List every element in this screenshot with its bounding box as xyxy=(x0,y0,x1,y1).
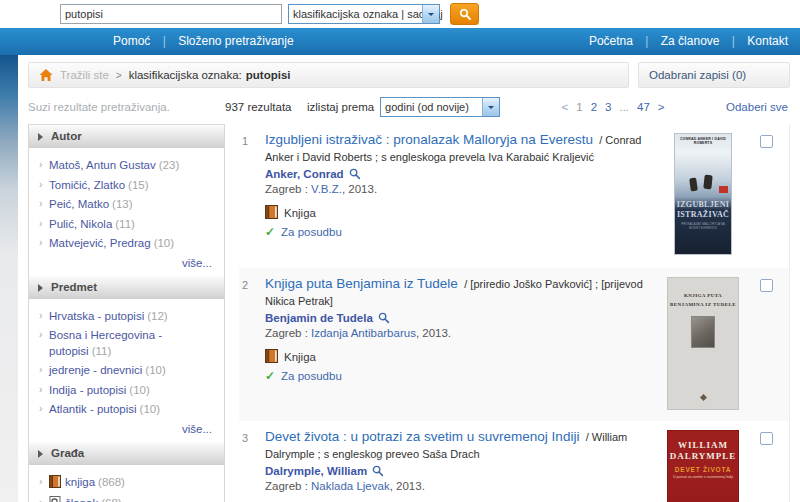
book-cover-thumbnail[interactable]: WILLIAMDALRYMPLE DEVET ŽIVOTA U potrazi … xyxy=(667,430,739,502)
facet-items-predmet: ›Hrvatska - putopisi(12) ›Bosna i Herceg… xyxy=(29,299,224,442)
facet-header-autor[interactable]: Autor xyxy=(29,125,224,148)
facet-count: (15) xyxy=(128,179,148,191)
selected-records-box[interactable]: Odabrani zapisi (0) xyxy=(638,62,790,88)
facet-link[interactable]: Matoš, Antun Gustav xyxy=(49,159,156,171)
facet-more-link[interactable]: više... xyxy=(39,254,216,269)
result-number: 2 xyxy=(239,275,265,415)
facet-count: (13) xyxy=(112,198,132,210)
sort-select[interactable]: godini (od novije) xyxy=(380,97,500,117)
breadcrumb: Tražili ste > klasifikacijska oznaka: pu… xyxy=(28,62,629,88)
facet-link[interactable]: Tomičić, Zlatko xyxy=(49,179,125,191)
result-author-link[interactable]: Anker, Conrad xyxy=(265,168,344,180)
breadcrumb-label: Tražili ste xyxy=(60,69,109,81)
book-icon xyxy=(265,205,278,221)
facet-item: ›Hrvatska - putopisi(12) xyxy=(39,307,216,327)
author-search-icon[interactable] xyxy=(349,168,361,180)
facet-link[interactable]: Atlantik - putopisi xyxy=(49,403,137,415)
facet-link[interactable]: Hrvatska - putopisi xyxy=(49,310,144,322)
results-count: 937 rezultata xyxy=(225,101,307,113)
left-decoration-strip xyxy=(0,28,18,502)
cover-subtitle: PRONALAZAK MALLORYJA NA MOUNT EVERESTU xyxy=(677,222,729,230)
cover-title: DEVET ŽIVOTA xyxy=(668,466,738,473)
nav-separator: | xyxy=(645,34,648,48)
facet-item: ›Atlantik - putopisi(10) xyxy=(39,400,216,420)
chevron-right-icon: › xyxy=(39,236,42,250)
nav-members[interactable]: Za članove xyxy=(661,34,720,48)
facet-link[interactable]: Indija - putopisi xyxy=(49,384,126,396)
check-icon: ✓ xyxy=(265,369,275,383)
facet-header-predmet[interactable]: Predmet xyxy=(29,276,224,299)
facet-link[interactable]: jedrenje - dnevnici xyxy=(49,364,142,376)
facet-link[interactable]: Peić, Matko xyxy=(49,198,109,210)
search-icon xyxy=(459,8,472,21)
book-cover-thumbnail[interactable]: KNJIGA PUTABENJAMINA IZ TUDELE xyxy=(667,277,739,410)
record-checkbox[interactable] xyxy=(760,135,773,148)
search-field-select[interactable]: klasifikacijska oznaka | sadržaj xyxy=(288,4,440,24)
facet-link[interactable]: Pulić, Nikola xyxy=(49,218,112,230)
pagination-page-2[interactable]: 2 xyxy=(591,101,597,113)
author-search-icon[interactable] xyxy=(378,312,390,324)
chevron-right-icon: › xyxy=(39,475,42,489)
publisher-link[interactable]: Izdanja Antibarbarus xyxy=(311,327,416,339)
result-author-link[interactable]: Benjamin de Tudela xyxy=(265,312,373,324)
result-main: Knjiga puta Benjamina iz Tudele / [prire… xyxy=(265,275,663,415)
result-title-link[interactable]: Izgubljeni istraživač : pronalazak Mallo… xyxy=(265,132,593,147)
facet-items-grada: ›knjiga(868) ›članak(68) ›nakladnički ni… xyxy=(29,465,224,502)
record-checkbox[interactable] xyxy=(760,432,773,445)
facet-item: ›članak(68) xyxy=(39,494,216,502)
result-row: 2 Knjiga puta Benjamina iz Tudele / [pri… xyxy=(239,268,789,421)
facet-link[interactable]: knjiga xyxy=(65,476,95,488)
result-main: Devet života : u potrazi za svetim u suv… xyxy=(265,428,663,502)
results-toolbar: Suzi rezultate pretraživanja. 937 rezult… xyxy=(28,96,790,118)
pagination-page-3[interactable]: 3 xyxy=(605,101,611,113)
nav-home[interactable]: Početna xyxy=(589,34,633,48)
result-row: 3 Devet života : u potrazi za svetim u s… xyxy=(239,421,789,502)
facet-title: Autor xyxy=(51,130,82,142)
search-input[interactable] xyxy=(60,4,282,24)
breadcrumb-row: Tražili ste > klasifikacijska oznaka: pu… xyxy=(28,62,790,88)
facet-count: (10) xyxy=(140,403,160,415)
facet-count: (10) xyxy=(154,237,174,249)
facet-link[interactable]: članak xyxy=(65,497,98,502)
publisher-link[interactable]: V.B.Z. xyxy=(311,183,342,195)
cover-author: CONRAD ANKER I DAVID ROBERTS xyxy=(677,137,729,145)
availability-link[interactable]: Za posudbu xyxy=(281,226,342,238)
pub-year: , 2013. xyxy=(342,183,377,195)
result-number: 1 xyxy=(239,131,265,262)
chevron-right-icon: › xyxy=(39,402,42,416)
select-all-link[interactable]: Odaberi sve xyxy=(726,101,788,113)
availability-link[interactable]: Za posudbu xyxy=(281,370,342,382)
book-icon xyxy=(265,349,278,365)
result-title-link[interactable]: Knjiga puta Benjamina iz Tudele xyxy=(265,276,458,291)
facet-item: ›Peić, Matko(13) xyxy=(39,195,216,215)
facet-item: ›Matoš, Antun Gustav(23) xyxy=(39,156,216,176)
pagination-prev[interactable]: < xyxy=(562,101,569,113)
pagination-next[interactable]: > xyxy=(658,101,665,113)
facet-header-grada[interactable]: Građa xyxy=(29,442,224,465)
format-label: Knjiga xyxy=(284,351,316,363)
facet-item: ›Bosna i Hercegovina - putopisi(11) xyxy=(39,326,216,361)
triangle-icon xyxy=(38,133,47,141)
book-cover-thumbnail[interactable]: CONRAD ANKER I DAVID ROBERTS IZGUBLJENII… xyxy=(674,133,732,255)
nav-advanced-search[interactable]: Složeno pretraživanje xyxy=(178,34,293,48)
pagination-page-last[interactable]: 47 xyxy=(637,101,650,113)
top-search-bar: klasifikacijska oznaka | sadržaj xyxy=(0,0,800,28)
record-checkbox[interactable] xyxy=(760,279,773,292)
nav-help[interactable]: Pomoć xyxy=(113,34,150,48)
result-author-link[interactable]: Dalrymple, William xyxy=(265,465,367,477)
nav-separator: | xyxy=(732,34,735,48)
home-icon[interactable] xyxy=(39,69,53,82)
result-row: 1 Izgubljeni istraživač : pronalazak Mal… xyxy=(239,124,789,268)
author-search-icon[interactable] xyxy=(372,465,384,477)
facet-more-link[interactable]: više... xyxy=(39,420,216,435)
search-button[interactable] xyxy=(450,3,479,25)
facet-count: (68) xyxy=(101,497,121,502)
pagination-page-1[interactable]: 1 xyxy=(576,101,582,113)
cover-subtitle: U potrazi za svetim u suvremenoj Indiji xyxy=(668,475,738,479)
nav-contact[interactable]: Kontakt xyxy=(747,34,788,48)
facet-link[interactable]: Matvejević, Predrag xyxy=(49,237,151,249)
publisher-link[interactable]: Naklada Ljevak xyxy=(311,480,390,492)
chevron-right-icon: › xyxy=(39,158,42,172)
checkbox-column xyxy=(743,275,789,415)
result-title-link[interactable]: Devet života : u potrazi za svetim u suv… xyxy=(265,429,579,444)
